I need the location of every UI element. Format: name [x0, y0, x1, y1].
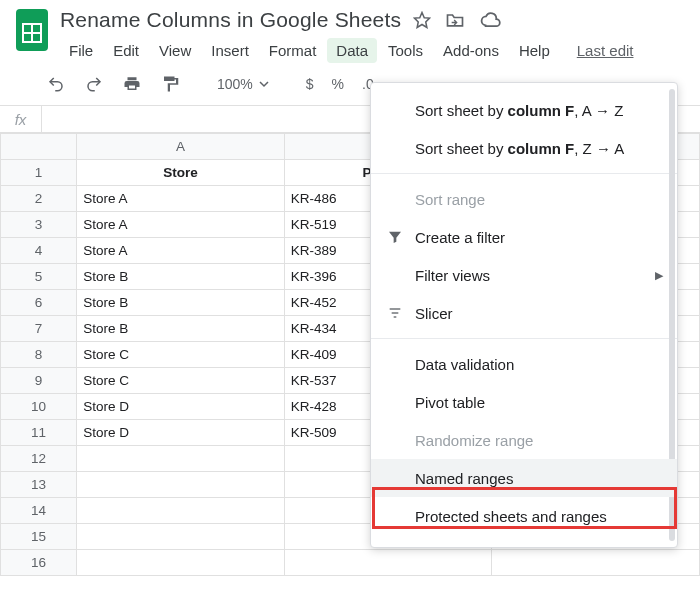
zoom-select[interactable]: 100%	[217, 76, 269, 92]
menu-addons[interactable]: Add-ons	[434, 38, 508, 63]
col-header-A[interactable]: A	[77, 134, 285, 160]
cell[interactable]	[77, 550, 285, 576]
cell[interactable]: Store B	[77, 264, 285, 290]
percent-format-button[interactable]: %	[332, 76, 344, 92]
menu-filter-views[interactable]: Filter views ▶	[371, 256, 677, 294]
document-title[interactable]: Rename Columns in Google Sheets	[60, 8, 401, 32]
menu-tools[interactable]: Tools	[379, 38, 432, 63]
cell[interactable]: Store D	[77, 394, 285, 420]
last-edit-link[interactable]: Last edit	[577, 38, 634, 63]
cell[interactable]: Store A	[77, 238, 285, 264]
currency-format-button[interactable]: $	[306, 76, 314, 92]
row-header[interactable]: 10	[1, 394, 77, 420]
star-icon[interactable]	[413, 11, 431, 29]
slicer-icon	[385, 305, 405, 321]
menu-insert[interactable]: Insert	[202, 38, 258, 63]
cell[interactable]	[284, 550, 492, 576]
menu-sort-az[interactable]: Sort sheet by column F, A → Z	[371, 91, 677, 129]
row-header[interactable]: 14	[1, 498, 77, 524]
svg-marker-4	[415, 13, 430, 28]
undo-icon[interactable]	[46, 74, 66, 94]
menu-edit[interactable]: Edit	[104, 38, 148, 63]
cell[interactable]	[77, 472, 285, 498]
menu-data[interactable]: Data	[327, 38, 377, 63]
cell[interactable]	[77, 524, 285, 550]
menu-view[interactable]: View	[150, 38, 200, 63]
cell[interactable]: Store B	[77, 290, 285, 316]
row-header[interactable]: 15	[1, 524, 77, 550]
menu-help[interactable]: Help	[510, 38, 559, 63]
row-header[interactable]: 6	[1, 290, 77, 316]
menu-format[interactable]: Format	[260, 38, 326, 63]
menu-data-validation[interactable]: Data validation	[371, 345, 677, 383]
redo-icon[interactable]	[84, 74, 104, 94]
menu-protected-sheets[interactable]: Protected sheets and ranges	[371, 497, 677, 535]
cell[interactable]: Store C	[77, 368, 285, 394]
row-header[interactable]: 4	[1, 238, 77, 264]
row-header[interactable]: 9	[1, 368, 77, 394]
cell[interactable]: Store C	[77, 342, 285, 368]
row-header[interactable]: 16	[1, 550, 77, 576]
data-menu-dropdown: Sort sheet by column F, A → Z Sort sheet…	[370, 82, 678, 548]
filter-icon	[385, 229, 405, 245]
cloud-status-icon[interactable]	[479, 11, 501, 29]
move-to-folder-icon[interactable]	[445, 11, 465, 29]
row-header[interactable]: 7	[1, 316, 77, 342]
cell[interactable]	[77, 498, 285, 524]
select-all-corner[interactable]	[1, 134, 77, 160]
row-header[interactable]: 11	[1, 420, 77, 446]
fx-label: fx	[0, 106, 42, 132]
row-header[interactable]: 8	[1, 342, 77, 368]
menu-sort-za[interactable]: Sort sheet by column F, Z → A	[371, 129, 677, 167]
row-header[interactable]: 1	[1, 160, 77, 186]
menu-slicer[interactable]: Slicer	[371, 294, 677, 332]
cell[interactable]: Store D	[77, 420, 285, 446]
chevron-right-icon: ▶	[655, 269, 663, 282]
row-header[interactable]: 2	[1, 186, 77, 212]
paint-format-icon[interactable]	[160, 74, 180, 94]
menu-sort-range: Sort range	[371, 180, 677, 218]
row-header[interactable]: 12	[1, 446, 77, 472]
cell[interactable]	[77, 446, 285, 472]
menu-pivot-table[interactable]: Pivot table	[371, 383, 677, 421]
menu-create-filter[interactable]: Create a filter	[371, 218, 677, 256]
cell[interactable]: Store A	[77, 212, 285, 238]
print-icon[interactable]	[122, 74, 142, 94]
cell[interactable]	[492, 550, 700, 576]
cell[interactable]: Store B	[77, 316, 285, 342]
sheets-logo-icon[interactable]	[12, 10, 52, 50]
menu-named-ranges[interactable]: Named ranges	[371, 459, 677, 497]
row-header[interactable]: 3	[1, 212, 77, 238]
cell[interactable]: Store	[77, 160, 285, 186]
menu-bar: File Edit View Insert Format Data Tools …	[60, 38, 688, 63]
menu-randomize-range: Randomize range	[371, 421, 677, 459]
row-header[interactable]: 13	[1, 472, 77, 498]
menu-file[interactable]: File	[60, 38, 102, 63]
row-header[interactable]: 5	[1, 264, 77, 290]
cell[interactable]: Store A	[77, 186, 285, 212]
